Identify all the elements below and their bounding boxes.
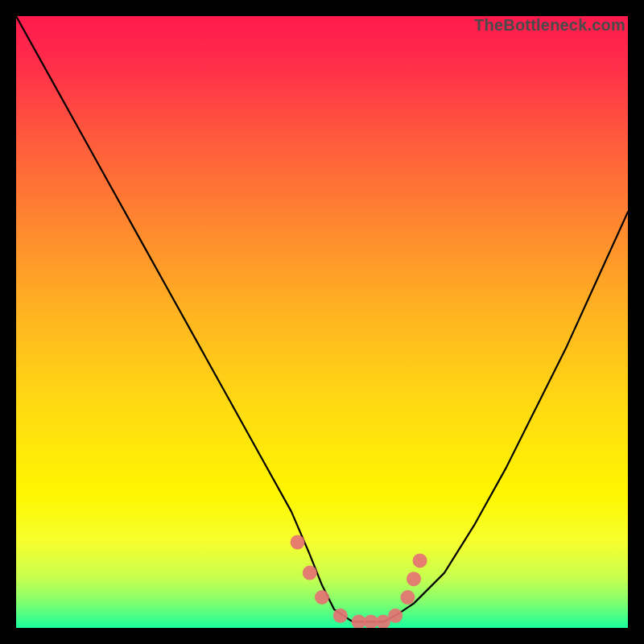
highlight-marker — [333, 609, 348, 623]
highlight-marker — [315, 590, 329, 605]
highlight-marker — [388, 609, 402, 623]
chart-svg — [16, 16, 628, 628]
chart-background — [16, 16, 628, 628]
highlight-marker — [400, 590, 415, 605]
highlight-marker — [303, 566, 317, 580]
chart-frame: TheBottleneck.com — [16, 16, 628, 628]
highlight-marker — [291, 535, 305, 550]
highlight-marker — [407, 572, 421, 586]
highlight-marker — [413, 553, 427, 568]
